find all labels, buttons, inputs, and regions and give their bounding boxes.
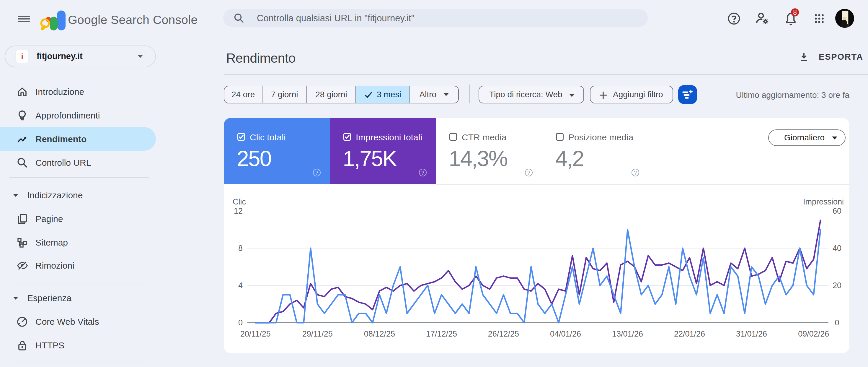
svg-text:0: 0 (835, 318, 839, 327)
svg-text:17/12/25: 17/12/25 (426, 330, 457, 338)
svg-text:Impressioni: Impressioni (803, 197, 844, 206)
svg-text:04/01/26: 04/01/26 (550, 330, 581, 338)
svg-text:40: 40 (833, 244, 841, 253)
svg-text:20/11/25: 20/11/25 (240, 330, 271, 338)
svg-text:09/02/26: 09/02/26 (798, 330, 829, 338)
svg-text:13/01/26: 13/01/26 (612, 330, 643, 338)
svg-text:26/12/25: 26/12/25 (488, 330, 519, 338)
svg-text:08/12/25: 08/12/25 (364, 330, 395, 338)
svg-text:22/01/26: 22/01/26 (674, 330, 705, 338)
svg-text:0: 0 (238, 318, 243, 327)
svg-text:20: 20 (833, 281, 841, 290)
svg-text:Clic: Clic (232, 197, 246, 206)
svg-text:60: 60 (833, 206, 841, 216)
svg-text:12: 12 (234, 206, 243, 216)
svg-text:29/11/25: 29/11/25 (302, 330, 333, 338)
svg-text:8: 8 (238, 244, 243, 253)
svg-text:8: 8 (793, 8, 797, 16)
svg-text:31/01/26: 31/01/26 (736, 330, 767, 338)
svg-text:4: 4 (238, 281, 243, 290)
